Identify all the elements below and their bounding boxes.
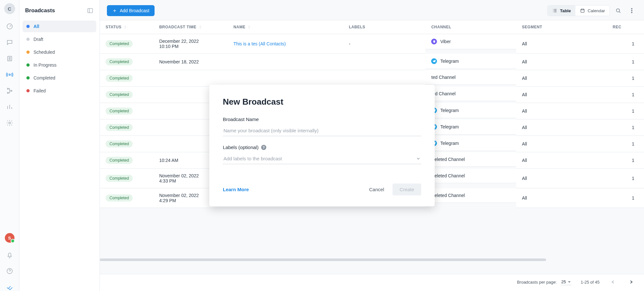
broadcast-name-label: Broadcast Name: [223, 117, 421, 122]
labels-combobox[interactable]: Add labels to the broadcast: [223, 153, 421, 164]
broadcast-name-input[interactable]: [223, 125, 421, 136]
modal-title: New Broadcast: [223, 97, 421, 107]
labels-placeholder: Add labels to the broadcast: [223, 156, 282, 161]
create-button[interactable]: Create: [393, 183, 421, 195]
new-broadcast-modal: New Broadcast Broadcast Name Labels (opt…: [209, 85, 435, 206]
labels-help-icon[interactable]: ?: [261, 145, 266, 150]
cancel-button[interactable]: Cancel: [365, 183, 389, 195]
labels-field-label: Labels (optional) ?: [223, 145, 421, 150]
labels-field-label-text: Labels (optional): [223, 145, 259, 150]
modal-overlay[interactable]: New Broadcast Broadcast Name Labels (opt…: [0, 0, 644, 291]
app-root: C S: [0, 0, 644, 291]
chevron-down-icon: [416, 156, 421, 161]
learn-more-link[interactable]: Learn More: [223, 187, 249, 192]
